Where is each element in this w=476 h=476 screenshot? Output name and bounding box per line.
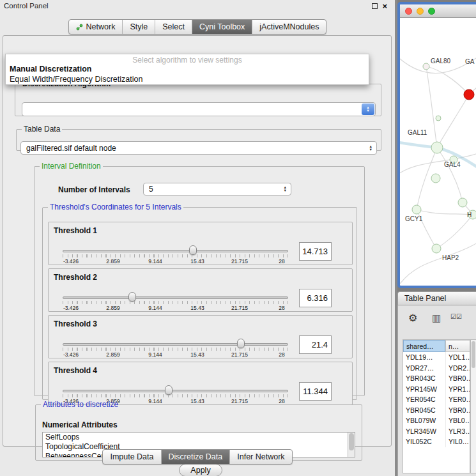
gear-icon[interactable]: ⚙ — [408, 312, 417, 324]
interval-definition-group: Interval Definition Number of Intervals … — [34, 162, 365, 396]
network-window-titlebar — [400, 4, 476, 18]
network-node[interactable] — [423, 63, 429, 70]
close-icon[interactable]: × — [382, 3, 387, 10]
apply-button[interactable]: Apply — [179, 464, 222, 476]
algorithm-combobox[interactable]: ▲▼ — [22, 102, 376, 116]
slider-track[interactable] — [63, 296, 288, 299]
slider-ticks — [63, 394, 288, 397]
table-row[interactable]: YLR345WYLR3… — [403, 426, 470, 437]
table-toolbar: ⚙ ▥ ☑☑ — [398, 305, 476, 336]
slider-thumb[interactable] — [189, 245, 197, 255]
slider-ticks — [63, 348, 288, 351]
number-of-intervals-value: 5 — [144, 185, 284, 194]
threshold-row: Threshold 1 -3.4262.8599.14415.4321.7152… — [48, 222, 353, 265]
network-node[interactable] — [412, 205, 421, 214]
numerical-attributes-label: Numerical Attributes — [42, 420, 118, 429]
threshold-row: Threshold 2 -3.4262.8599.14415.4321.7152… — [48, 268, 353, 312]
table-row[interactable]: YDR27…YDR2… — [403, 363, 470, 374]
network-node[interactable] — [431, 174, 440, 183]
number-of-intervals-combobox[interactable]: 5 ▲▼ — [143, 183, 291, 196]
network-node-label: GAL4 — [444, 161, 461, 168]
threshold-2-slider[interactable]: -3.4262.8599.14415.4321.71528 — [63, 292, 288, 311]
minimize-traffic-light-icon[interactable] — [417, 8, 424, 15]
threshold-4-value-input[interactable] — [299, 382, 332, 401]
slider-track[interactable] — [63, 343, 288, 346]
algorithm-dropdown-menu: Select algorithm to view settings Manual… — [5, 54, 369, 85]
updown-arrows-icon: ▲▼ — [369, 145, 372, 151]
right-column: GAL80GAGAL11GAL4GCY1HHAP2 Table Panel ⚙ … — [397, 0, 476, 476]
app-root: Control Panel × Network Style Select C — [0, 0, 476, 476]
tab-discretize-data[interactable]: Discretize Data — [161, 450, 230, 464]
tab-select[interactable]: Select — [155, 20, 192, 34]
network-node[interactable] — [432, 244, 441, 253]
table-data-group: Table Data galFiltered.sif default node … — [16, 125, 381, 151]
zoom-traffic-light-icon[interactable] — [428, 8, 435, 15]
float-window-icon[interactable] — [372, 3, 378, 9]
slider-track[interactable] — [63, 390, 288, 392]
table-data-combobox[interactable]: galFiltered.sif default node ▲▼ — [20, 141, 377, 155]
threshold-3-value-input[interactable] — [299, 335, 332, 354]
table-row[interactable]: YBL079WYBL0… — [403, 415, 470, 426]
network-node[interactable] — [458, 198, 467, 207]
tab-cyni-toolbox[interactable]: Cyni Toolbox — [192, 20, 252, 34]
tab-label: Network — [86, 22, 116, 31]
network-node-label: GAL80 — [431, 58, 451, 65]
thresholds-group: Threshold's Coordinates for 5 Intervals … — [42, 203, 357, 400]
network-view-window: GAL80GAGAL11GAL4GCY1HHAP2 — [397, 2, 476, 288]
network-node[interactable] — [436, 116, 441, 121]
slider-thumb[interactable] — [128, 292, 136, 302]
control-panel: Control Panel × Network Style Select C — [0, 0, 395, 476]
table-row[interactable]: YBR045CYBR0… — [403, 405, 470, 416]
tab-jactivemnodules[interactable]: jActiveMNodules — [252, 20, 326, 34]
slider-ticks — [63, 254, 288, 257]
table-row[interactable]: YIL052CYIL0… — [403, 436, 470, 447]
checkbox-grid-icon[interactable]: ☑☑ — [450, 313, 462, 320]
table-panel-title: Table Panel — [397, 291, 476, 305]
table-header-row: shared… n… — [403, 340, 470, 352]
threshold-label: Threshold 2 — [54, 273, 97, 282]
dropdown-placeholder: Select algorithm to view settings — [6, 54, 369, 64]
updown-arrows-icon: ▲▼ — [284, 186, 287, 192]
threshold-row: Threshold 4 -3.4262.8599.14415.4321.7152… — [48, 362, 353, 405]
slider-thumb[interactable] — [165, 385, 173, 395]
network-node-label: HAP2 — [442, 254, 459, 261]
tab-style[interactable]: Style — [122, 20, 155, 34]
tab-network[interactable]: Network — [69, 20, 123, 34]
tab-infer-network[interactable]: Infer Network — [229, 450, 291, 464]
table-panel: ⚙ ▥ ☑☑ shared… n… YDL19…YDL1… YDR27…YDR2… — [397, 305, 476, 476]
slider-track[interactable] — [63, 250, 288, 252]
table-row[interactable]: YDL19…YDL1… — [403, 352, 470, 363]
table-row[interactable]: YER054CYER0… — [403, 394, 470, 405]
network-node-label: GA — [465, 58, 475, 65]
menu-item-manual-discretization[interactable]: Manual Discretization — [6, 64, 369, 74]
slider-scale: -3.4262.8599.14415.4321.71528 — [71, 351, 282, 358]
top-tabstrip: Network Style Select Cyni Toolbox jActiv… — [0, 19, 395, 35]
columns-icon[interactable]: ▥ — [432, 312, 441, 324]
threshold-1-value-input[interactable] — [299, 242, 332, 261]
slider-thumb[interactable] — [237, 339, 245, 348]
panel-title: Control Panel — [4, 2, 49, 10]
slider-scale: -3.4262.8599.14415.4321.71528 — [71, 305, 282, 311]
table-row[interactable]: YPR145WYPR1… — [403, 384, 470, 395]
network-node[interactable] — [431, 142, 443, 153]
tab-impute-data[interactable]: Impute Data — [103, 450, 160, 464]
threshold-3-slider[interactable]: -3.4262.8599.14415.4321.71528 — [63, 339, 288, 358]
close-traffic-light-icon[interactable] — [405, 8, 412, 15]
column-header-name[interactable]: n… — [445, 340, 470, 352]
column-header-shared-name[interactable]: shared… — [403, 340, 445, 352]
network-canvas[interactable]: GAL80GAGAL11GAL4GCY1HHAP2 — [400, 18, 476, 284]
list-item[interactable]: SelfLoops — [43, 433, 355, 442]
threshold-2-value-input[interactable] — [299, 289, 332, 307]
table-row[interactable]: YBR043CYBR0… — [403, 373, 470, 384]
menu-item-equal-width-frequency[interactable]: Equal Width/Frequency Discretization — [6, 74, 369, 84]
threshold-row: Threshold 3 -3.4262.8599.14415.4321.7152… — [48, 315, 353, 358]
group-label: Interval Definition — [40, 162, 103, 171]
threshold-label: Threshold 3 — [54, 319, 97, 328]
threshold-1-slider[interactable]: -3.4262.8599.14415.4321.71528 — [63, 245, 288, 265]
network-node[interactable] — [464, 89, 474, 100]
scrollbar-thumb[interactable] — [349, 433, 354, 450]
scrollbar-thumb[interactable] — [472, 341, 475, 368]
table-scrollbar[interactable] — [470, 339, 476, 473]
network-node-label: GCY1 — [405, 215, 423, 222]
group-label: Attributes to discretize — [41, 400, 120, 409]
